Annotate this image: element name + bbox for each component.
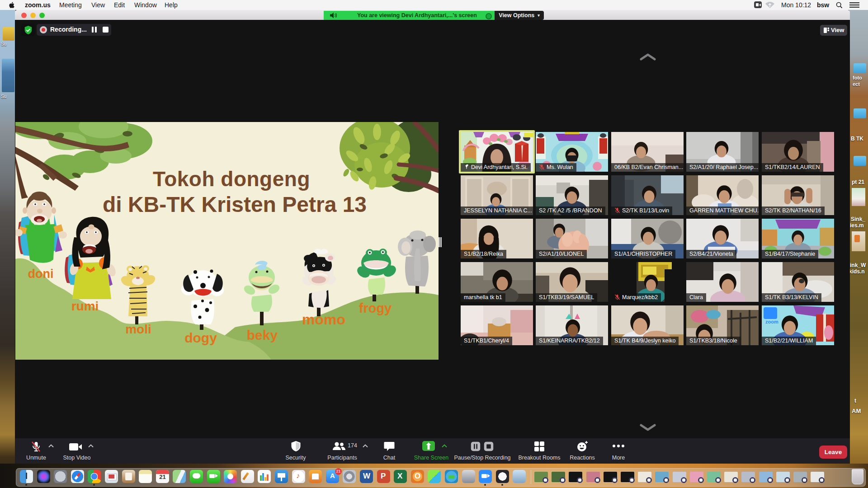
svg-text:zoom: zoom [765,319,778,324]
svg-text:doni: doni [28,267,54,281]
svg-text:moli: moli [125,322,151,336]
svg-text:rumi: rumi [71,299,99,313]
svg-text:Tokoh dongeng: Tokoh dongeng [153,167,310,191]
svg-text:di KB-TK Kristen Petra 13: di KB-TK Kristen Petra 13 [103,192,367,216]
svg-text:momo: momo [302,311,345,328]
svg-text:dogy: dogy [184,330,217,345]
svg-text:beky: beky [247,328,278,343]
svg-text:frogy: frogy [359,301,392,315]
